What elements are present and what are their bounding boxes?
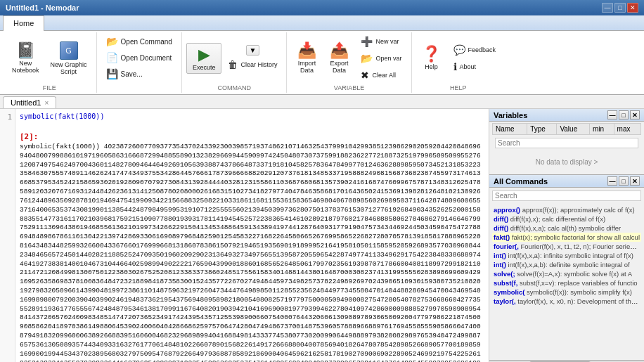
about-icon: ℹ (453, 61, 457, 72)
panel-maximize-btn[interactable]: □ (619, 110, 629, 119)
window-controls: — □ ✕ (602, 3, 638, 13)
main-area: 1 symbolic(fakt(1000)) [2]: symbolic(fak… (0, 109, 644, 362)
save-button[interactable]: 💾 Save... (101, 66, 177, 82)
new-notebook-button[interactable]: 📓 New Notebook (7, 40, 44, 77)
about-button[interactable]: ℹ About (449, 59, 501, 75)
cmd-keyword: diff() (494, 224, 508, 232)
command-item-10[interactable]: taylor(, taylor(f(x), x, x0, n): Develop… (492, 297, 641, 306)
output-label: [2]: (20, 132, 39, 141)
cmd-desc: approx(f(x)); approximately calc of f(x) (522, 206, 635, 214)
minimize-button[interactable]: — (602, 3, 613, 13)
input-text: symbolic(fakt(1000)) (20, 112, 104, 120)
clear-history-button[interactable]: 🗑 Clear History (223, 57, 282, 72)
command-item-4[interactable]: fourier(, Fourier(f(x), x, t1, t2, n); F… (492, 242, 641, 251)
ribbon-group-file: 📓 New Notebook G New Graphic Script FILE (3, 32, 97, 93)
cmd-desc: diff(f(x),x); calc differential of f(x) (510, 215, 605, 223)
commands-search[interactable] (492, 190, 641, 201)
variable-btns: 📥 Import Data 📤 Export Data ➕ New var 📂 … (291, 34, 406, 83)
new-graphic-script-button[interactable]: G New Graphic Script (46, 39, 92, 78)
cmd-desc: fakt(x); symbolic factorial for show all… (512, 233, 640, 241)
export-icon: 📤 (330, 43, 349, 58)
clear-all-button[interactable]: ✖ Clear All (356, 67, 406, 83)
col-value: Value (557, 124, 590, 135)
cmd-desc: symbolic(f(x)): symbolic simplify f(x) (527, 288, 632, 296)
tab-home[interactable]: Home (3, 15, 44, 31)
doc-tab-title: Untitled1 (11, 98, 41, 107)
cmd-panel-close-btn[interactable]: ✕ (630, 176, 640, 186)
cmd-desc: Fourier(f(x), x, t1, t2, n); Fourier ser… (521, 243, 641, 250)
command-item-2[interactable]: diff() diff(f(x),x,a); calc al(th) symbo… (492, 224, 641, 233)
cmd-keyword: solve(; (494, 270, 515, 278)
cmd-keyword: int() (494, 261, 506, 269)
execute-button[interactable]: ▶ Execute (186, 43, 222, 74)
variables-panel-header: Variables — □ ✕ (489, 109, 644, 122)
panel-close-btn[interactable]: ✕ (630, 110, 640, 119)
editor-content[interactable]: symbolic(fakt(1000)) [2]: symbolic(fakt(… (15, 109, 489, 362)
variables-title: Variables (494, 111, 527, 119)
file-btns: 📓 New Notebook G New Graphic Script (7, 34, 92, 83)
col-type: Type (527, 124, 557, 135)
command-item-3[interactable]: fakt() fakt(x); symbolic factorial for s… (492, 233, 641, 242)
new-var-button[interactable]: ➕ New var (356, 34, 406, 49)
ribbon: Home 📓 New Notebook G New Graphic Script… (0, 15, 644, 95)
cmd-keyword: taylor(, (494, 297, 516, 305)
commands-panel: All Commands — □ ✕ approx() approx(f(x))… (489, 175, 644, 362)
output-text: symbolic(fakt(1000)) 4023872600770937735… (20, 143, 484, 362)
import-icon: 📥 (297, 43, 316, 58)
ribbon-tabs: Home (0, 15, 644, 31)
ribbon-group-variable: 📥 Import Data 📤 Export Data ➕ New var 📂 … (287, 32, 411, 93)
editor-panel: 1 symbolic(fakt(1000)) [2]: symbolic(fak… (0, 109, 489, 362)
close-button[interactable]: ✕ (627, 3, 638, 13)
cmd-keyword: approx() (494, 206, 520, 214)
save-icon: 💾 (106, 68, 118, 79)
cmd-keyword: diff() (494, 215, 508, 223)
execute-icon: ▶ (198, 46, 210, 64)
cmd-panel-minimize-btn[interactable]: — (607, 176, 617, 186)
cmd-desc: taylor(f(x), x, x0, n): Development of t… (517, 297, 640, 305)
open-var-button[interactable]: 📂 Open var (356, 51, 406, 66)
command-item-0[interactable]: approx() approx(f(x)); approximately cal… (492, 205, 641, 214)
feedback-button[interactable]: 💬 Feedback (449, 42, 501, 58)
open-command-button[interactable]: 📂 Open Command (101, 34, 177, 49)
file-group-label: FILE (43, 83, 56, 91)
input-line: symbolic(fakt(1000)) (20, 112, 484, 122)
command-item-5[interactable]: int() int(f(x),x,a): infinite symbolic i… (492, 251, 641, 260)
maximize-button[interactable]: □ (614, 3, 626, 13)
help-button[interactable]: ❓ Help (416, 44, 447, 73)
export-data-button[interactable]: 📤 Export Data (323, 40, 354, 77)
command-btns: ▶ Execute ▼ 🗑 Clear History (186, 34, 283, 83)
cmd-panel-maximize-btn[interactable]: □ (619, 176, 629, 186)
command-item-9[interactable]: symbolic( symbolic(f(x)): symbolic simpl… (492, 287, 641, 297)
variables-table: Name Type Value min max (492, 123, 641, 135)
open-var-icon: 📂 (361, 53, 373, 64)
commands-list: approx() approx(f(x)); approximately cal… (489, 204, 644, 360)
line-numbers: 1 (0, 109, 15, 362)
open-document-button[interactable]: 📄 Open Document (101, 50, 177, 65)
panel-minimize-btn[interactable]: — (607, 110, 617, 119)
no-data-label: No data to display > (492, 151, 641, 173)
command-item-8[interactable]: subst(f, subst(f,x=v): replace variables… (492, 278, 641, 287)
editor-with-lines: 1 symbolic(fakt(1000)) [2]: symbolic(fak… (0, 109, 489, 362)
ribbon-group-command: ▶ Execute ▼ 🗑 Clear History COMMAND (182, 32, 288, 93)
doc-tab[interactable]: Untitled1 × (3, 96, 56, 108)
import-data-button[interactable]: 📥 Import Data (291, 40, 322, 77)
command-item-6[interactable]: int() int(f(x),x,a,b): definite symbolic… (492, 260, 641, 269)
execute-dropdown[interactable]: ▼ (246, 45, 260, 56)
cmd-desc: subst(f,x=v): replace variables of funct… (520, 279, 638, 287)
window-title: Untitled1 - Nemodar (6, 4, 79, 12)
open-command-icon: 📂 (106, 36, 118, 47)
command-item-1[interactable]: diff() diff(f(x),x); calc differential o… (492, 214, 641, 224)
commands-panel-btns: — □ ✕ (607, 176, 640, 186)
variable-group-label: VARIABLE (334, 83, 364, 91)
open-document-icon: 📄 (106, 52, 118, 63)
col-max: max (614, 124, 640, 135)
col-name: Name (493, 124, 527, 135)
feedback-icon: 💬 (453, 44, 465, 56)
variables-search[interactable] (495, 138, 638, 148)
cmd-desc: int(f(x),x,a): infinite symbolic integra… (508, 252, 633, 259)
new-var-icon: ➕ (361, 36, 373, 47)
notebook-icon: 📓 (16, 43, 35, 58)
doc-tab-close[interactable]: × (44, 99, 49, 107)
command-item-7[interactable]: solve(; solve(f(x)=A,x): symbolic solve … (492, 269, 641, 278)
command-group-label: COMMAND (217, 83, 251, 91)
